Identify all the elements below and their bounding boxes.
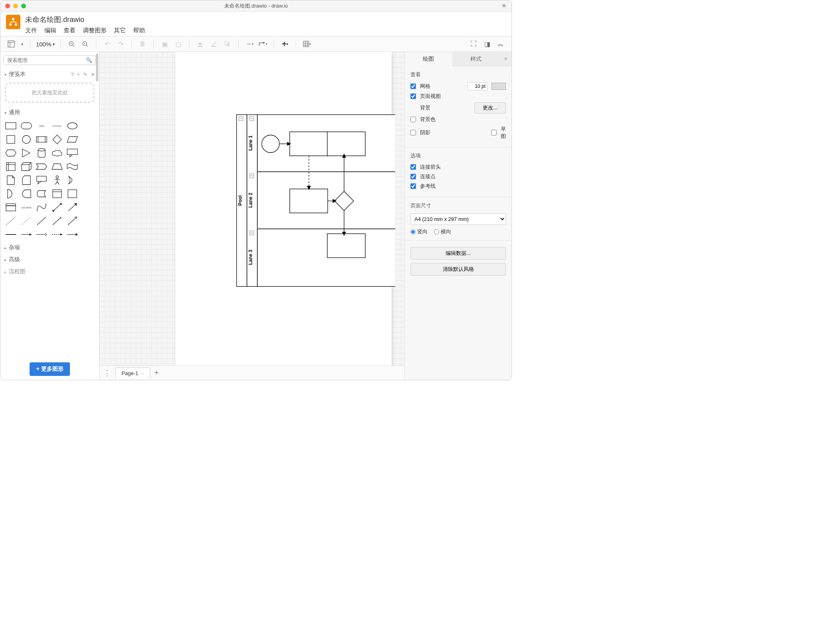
grid-checkbox[interactable] — [410, 83, 416, 89]
tab-style[interactable]: 样式 — [452, 52, 500, 66]
task-1[interactable] — [290, 132, 328, 156]
shape-hexagon[interactable] — [4, 147, 17, 159]
shape-dir-thin[interactable] — [66, 215, 79, 227]
close-window-button[interactable] — [5, 4, 10, 8]
shape-cylinder[interactable] — [35, 147, 48, 159]
help-icon[interactable]: ? — [71, 72, 74, 78]
shape-and[interactable] — [20, 188, 33, 199]
landscape-radio[interactable] — [434, 229, 439, 234]
add-icon[interactable]: + — [77, 72, 80, 78]
theme-toggle-icon[interactable]: ☀ — [501, 2, 507, 10]
shape-textbox[interactable]: Heading — [51, 120, 64, 131]
shape-list[interactable] — [4, 202, 17, 213]
minimize-window-button[interactable] — [13, 4, 18, 8]
edit-icon[interactable]: ✎ — [83, 72, 88, 78]
shape-container[interactable] — [51, 188, 64, 199]
shape-tape[interactable] — [66, 161, 79, 172]
zoom-level[interactable]: 100% ▾ — [36, 41, 55, 48]
edit-data-button[interactable]: 编辑数据... — [410, 247, 506, 260]
shape-frame[interactable] — [66, 188, 79, 199]
search-input[interactable] — [7, 57, 86, 63]
shape-square[interactable] — [4, 134, 17, 145]
shape-data-store[interactable] — [35, 188, 48, 199]
shape-callout2[interactable] — [35, 175, 48, 186]
shape-rounded-rect[interactable] — [20, 120, 33, 131]
view-mode-icon[interactable] — [6, 39, 16, 49]
general-header[interactable]: ▾ 通用 — [0, 107, 99, 119]
shape-diamond[interactable] — [51, 134, 64, 145]
to-front-icon[interactable]: ▣ — [159, 39, 170, 49]
shape-note[interactable] — [4, 175, 17, 186]
sketch-checkbox[interactable] — [491, 130, 497, 135]
shape-dotted-line[interactable] — [20, 215, 33, 227]
task-4[interactable] — [327, 234, 365, 258]
shape-circle[interactable] — [20, 134, 33, 145]
pagesize-select[interactable]: A4 (210 mm x 297 mm) — [410, 213, 506, 225]
menu-file[interactable]: 文件 — [25, 27, 37, 34]
close-icon[interactable]: ✕ — [91, 72, 95, 78]
shadow-checkbox[interactable] — [410, 130, 416, 135]
shape-step[interactable] — [35, 161, 48, 172]
conn-points-checkbox[interactable] — [410, 174, 416, 179]
pages-menu-icon[interactable]: ⋮ — [104, 369, 111, 378]
redo-icon[interactable]: ↷ — [115, 39, 126, 49]
shape-search[interactable]: 🔍 — [4, 55, 96, 65]
zoom-out-icon[interactable] — [80, 39, 90, 49]
guides-checkbox[interactable] — [410, 183, 416, 189]
shape-link-solid[interactable] — [4, 229, 17, 240]
shape-link3[interactable] — [35, 229, 48, 240]
table-icon[interactable]: ▾ — [302, 39, 312, 49]
pageview-checkbox[interactable] — [410, 93, 416, 99]
shape-rectangle[interactable] — [4, 120, 17, 131]
misc-header[interactable]: ▸ 杂项 — [0, 242, 99, 254]
shape-card[interactable] — [20, 175, 33, 186]
shape-process[interactable] — [35, 134, 48, 145]
bgcolor-checkbox[interactable] — [410, 117, 416, 122]
change-bg-button[interactable]: 更改... — [474, 102, 506, 113]
shape-parallelogram[interactable] — [66, 134, 79, 145]
menu-edit[interactable]: 编辑 — [44, 27, 56, 34]
menu-view[interactable]: 查看 — [64, 27, 76, 34]
shape-link2[interactable] — [20, 229, 33, 240]
fullscreen-icon[interactable]: ⛶ — [468, 39, 479, 49]
shape-or[interactable] — [66, 175, 79, 186]
collapse-icon[interactable]: ︽ — [496, 39, 506, 49]
connection-icon[interactable]: →▾ — [244, 39, 255, 49]
task-2[interactable] — [290, 189, 328, 213]
more-shapes-button[interactable]: + 更多图形 — [30, 362, 70, 376]
dropdown-caret-icon[interactable]: ▾ — [20, 39, 24, 49]
canvas[interactable]: Pool Lane 1 Lane 2 Lane 3 — [100, 52, 404, 366]
page-tab-1[interactable]: Page-1︿ — [115, 368, 150, 379]
shape-line[interactable] — [35, 215, 48, 227]
shadow-icon[interactable] — [222, 39, 233, 49]
clear-default-button[interactable]: 清除默认风格 — [410, 263, 506, 276]
tab-diagram[interactable]: 绘图 — [405, 52, 452, 66]
shape-text[interactable]: Text — [35, 120, 48, 131]
grid-size-input[interactable] — [468, 82, 488, 90]
format-panel-icon[interactable]: ◨ — [482, 39, 492, 49]
shape-arrow[interactable] — [66, 202, 79, 213]
waypoint-icon[interactable]: ▾ — [258, 39, 268, 49]
add-page-button[interactable]: + — [154, 368, 159, 378]
shape-bidir-arrow[interactable] — [51, 202, 64, 213]
flowchart-header[interactable]: ▸ 流程图 — [0, 266, 99, 278]
close-panel-icon[interactable]: ✕ — [500, 52, 512, 66]
shape-cube[interactable] — [20, 161, 33, 172]
shape-link5[interactable] — [66, 229, 79, 240]
shape-callout[interactable] — [66, 147, 79, 159]
zoom-in-icon[interactable] — [66, 39, 77, 49]
advanced-header[interactable]: ▸ 高级 — [0, 254, 99, 266]
to-back-icon[interactable]: ▢ — [173, 39, 183, 49]
shape-list-item[interactable]: List Item — [20, 202, 33, 213]
delete-icon[interactable]: 🗑 — [137, 39, 148, 49]
shape-internal-storage[interactable] — [4, 161, 17, 172]
shape-ellipse[interactable] — [66, 120, 79, 131]
scratchpad-dropzone[interactable]: 把元素拖至此处 — [5, 83, 94, 103]
maximize-window-button[interactable] — [21, 4, 26, 8]
shape-half-circle[interactable] — [4, 188, 17, 199]
shape-link4[interactable] — [51, 229, 64, 240]
shape-bidir-thin[interactable] — [51, 215, 64, 227]
insert-icon[interactable]: +▾ — [280, 39, 290, 49]
conn-arrows-checkbox[interactable] — [410, 164, 416, 170]
menu-arrange[interactable]: 调整图形 — [83, 27, 107, 34]
